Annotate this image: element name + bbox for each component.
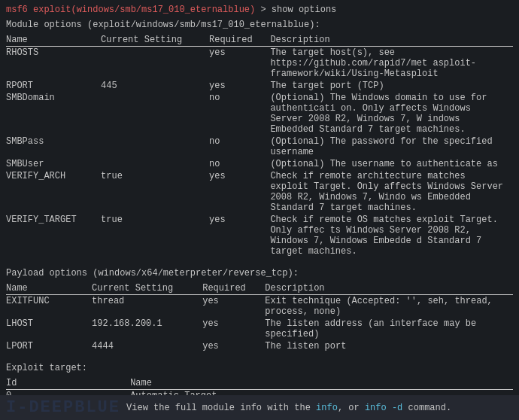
payload-options-table: Name Current Setting Required Descriptio…	[6, 283, 513, 352]
col-header-name: Name	[6, 35, 101, 47]
cell-required: no	[209, 92, 270, 135]
target-col-name: Name	[130, 378, 513, 390]
cell-required: no	[209, 158, 270, 170]
cell-required: no	[209, 135, 270, 158]
cell-setting: true	[101, 170, 209, 214]
payload-col-header-required: Required	[202, 283, 265, 295]
cell-required: yes	[209, 47, 270, 81]
table-row: VERIFY_TARGET true yes Check if remote O…	[6, 214, 513, 257]
cell-required: yes	[209, 170, 270, 214]
cell-desc: Exit technique (Accepted: '', seh, threa…	[265, 295, 513, 318]
cell-required: yes	[209, 214, 270, 257]
cell-setting: thread	[92, 295, 202, 318]
col-header-required: Required	[209, 35, 270, 47]
payload-col-header-name: Name	[6, 283, 92, 295]
cell-name: SMBDomain	[6, 92, 101, 135]
cell-setting: 445	[101, 80, 209, 92]
footer-text-after: command.	[402, 403, 451, 413]
cell-desc: (Optional) The username to authenticate …	[270, 158, 513, 170]
table-row: LPORT 4444 yes The listen port	[6, 340, 513, 352]
prompt-line: msf6 exploit(windows/smb/ms17_010_eterna…	[6, 5, 513, 15]
terminal-window: msf6 exploit(windows/smb/ms17_010_eterna…	[6, 5, 513, 412]
cell-setting: 192.168.200.1	[92, 318, 202, 340]
prompt-msf: msf6	[6, 5, 28, 15]
cell-setting: 4444	[92, 340, 202, 352]
prompt-command: > show options	[255, 5, 336, 15]
module-options-table: Name Current Setting Required Descriptio…	[6, 35, 513, 257]
module-options-header: Module options (exploit/windows/smb/ms17…	[6, 20, 513, 30]
cell-desc: The target port (TCP)	[270, 80, 513, 92]
logo: I-DEEPBLUE	[6, 398, 120, 417]
table-row: LHOST 192.168.200.1 yes The listen addre…	[6, 318, 513, 340]
footer-link-info[interactable]: info	[316, 403, 338, 413]
cell-desc: (Optional) The Windows domain to use for…	[270, 92, 513, 135]
footer-text: View the full module info with the info,…	[126, 403, 513, 413]
table-row: SMBDomain no (Optional) The Windows doma…	[6, 92, 513, 135]
footer-text-middle: , or	[338, 403, 365, 413]
cell-required: yes	[202, 295, 265, 318]
col-header-desc: Description	[270, 35, 513, 47]
cell-desc: (Optional) The password for the specifie…	[270, 135, 513, 158]
cell-name: SMBPass	[6, 135, 101, 158]
cell-name: LPORT	[6, 340, 92, 352]
cell-setting	[101, 47, 209, 81]
prompt-module: exploit(windows/smb/ms17_010_eternalblue…	[33, 5, 255, 15]
cell-desc: Check if remote OS matches exploit Targe…	[270, 214, 513, 257]
cell-name: VERIFY_ARCH	[6, 170, 101, 214]
cell-name: VERIFY_TARGET	[6, 214, 101, 257]
table-row: VERIFY_ARCH true yes Check if remote arc…	[6, 170, 513, 214]
payload-options-header: Payload options (windows/x64/meterpreter…	[6, 268, 513, 278]
col-header-setting: Current Setting	[101, 35, 209, 47]
cell-setting	[101, 158, 209, 170]
table-row: SMBUser no (Optional) The username to au…	[6, 158, 513, 170]
table-row: EXITFUNC thread yes Exit technique (Acce…	[6, 295, 513, 318]
cell-setting	[101, 92, 209, 135]
cell-desc: The listen port	[265, 340, 513, 352]
cell-name: EXITFUNC	[6, 295, 92, 318]
payload-col-header-desc: Description	[265, 283, 513, 295]
table-row: SMBPass no (Optional) The password for t…	[6, 135, 513, 158]
cell-required: yes	[202, 340, 265, 352]
cell-setting	[101, 135, 209, 158]
payload-col-header-setting: Current Setting	[92, 283, 202, 295]
cell-name: RHOSTS	[6, 47, 101, 81]
cell-required: yes	[202, 318, 265, 340]
cell-name: LHOST	[6, 318, 92, 340]
target-col-id: Id	[6, 378, 130, 390]
exploit-target-header: Exploit target:	[6, 363, 513, 373]
table-row: RHOSTS yes The target host(s), see https…	[6, 47, 513, 81]
footer-text-before: View the full module info with the	[126, 403, 316, 413]
cell-name: RPORT	[6, 80, 101, 92]
cell-desc: The listen address (an interface may be …	[265, 318, 513, 340]
footer-bar: I-DEEPBLUE View the full module info wit…	[0, 395, 519, 420]
cell-required: yes	[209, 80, 270, 92]
cell-desc: Check if remote architecture matches exp…	[270, 170, 513, 214]
footer-link-info-d[interactable]: info -d	[365, 403, 402, 413]
cell-setting: true	[101, 214, 209, 257]
cell-name: SMBUser	[6, 158, 101, 170]
table-row: RPORT 445 yes The target port (TCP)	[6, 80, 513, 92]
cell-desc: The target host(s), see https://github.c…	[270, 47, 513, 81]
